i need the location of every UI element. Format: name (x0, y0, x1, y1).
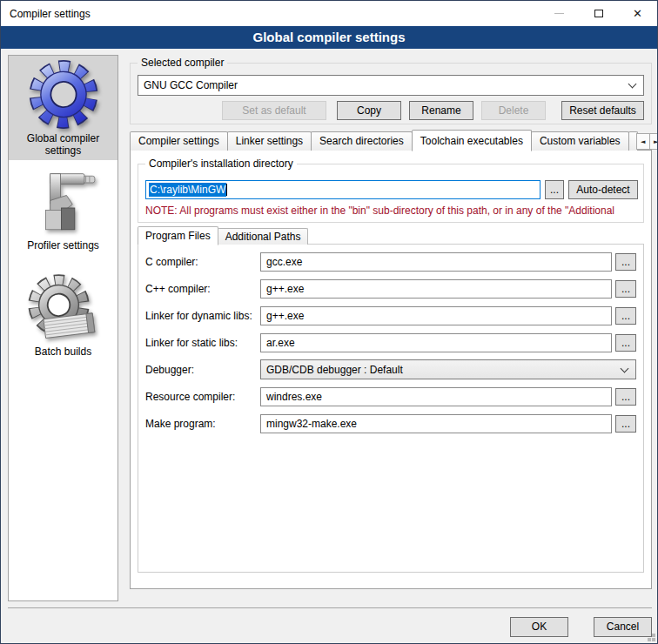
window-title: Compiler settings (1, 8, 540, 20)
installation-directory-input[interactable]: C:\raylib\MinGW (145, 180, 540, 199)
chevron-down-icon (621, 364, 629, 372)
ok-button[interactable]: OK (510, 617, 568, 637)
title-bar: Compiler settings ✕ (1, 1, 657, 26)
tab-scroll-left-icon[interactable]: ◄ (636, 133, 650, 150)
field-row-debugger: Debugger: GDB/CDB debugger : Default (145, 359, 636, 379)
browse-directory-button[interactable]: ... (545, 180, 564, 199)
subtab-program-files[interactable]: Program Files (138, 226, 218, 245)
delete-button[interactable]: Delete (481, 101, 546, 120)
make-program-input[interactable]: mingw32-make.exe (260, 414, 612, 433)
compiler-select[interactable]: GNU GCC Compiler (138, 75, 644, 96)
subtab-additional-paths[interactable]: Additional Paths (218, 228, 309, 245)
compiler-buttons-row: Set as default Copy Rename Delete Reset … (138, 101, 644, 120)
browse-button[interactable]: ... (615, 415, 636, 433)
maximize-button[interactable] (579, 1, 618, 26)
field-row-dynamic-linker: Linker for dynamic libs: g++.exe ... (145, 305, 636, 325)
program-files-page: C compiler: gcc.exe ... C++ compiler: g+… (138, 244, 644, 573)
browse-button[interactable]: ... (615, 334, 636, 352)
caliper-icon (26, 167, 101, 238)
cpp-compiler-input[interactable]: g++.exe (260, 279, 612, 299)
field-row-static-linker: Linker for static libs: ar.exe ... (145, 332, 636, 352)
settings-tab-strip: Compiler settings Linker settings Search… (130, 129, 652, 151)
blue-gear-icon (24, 57, 104, 131)
settings-category-list: Global compiler settings (8, 55, 118, 601)
field-row-make-program: Make program: mingw32-make.exe ... (145, 413, 636, 433)
field-row-resource-compiler: Resource compiler: windres.exe ... (145, 386, 636, 406)
note-text: NOTE: All programs must exist either in … (145, 205, 640, 217)
selected-compiler-group: Selected compiler GNU GCC Compiler Set a… (130, 63, 652, 124)
group-legend: Compiler's installation directory (145, 158, 297, 170)
debugger-select-value: GDB/CDB debugger : Default (261, 364, 616, 376)
dialog-body: Global compiler settings (1, 49, 657, 643)
installation-directory-group: Compiler's installation directory C:\ray… (138, 164, 644, 223)
field-label: C compiler: (145, 256, 260, 268)
program-subtab-strip: Program Files Additional Paths (138, 225, 307, 245)
browse-button[interactable]: ... (615, 388, 636, 406)
field-label: Debugger: (145, 364, 260, 376)
installation-directory-row: C:\raylib\MinGW ... Auto-detect (145, 180, 638, 199)
field-row-c-compiler: C compiler: gcc.exe ... (145, 252, 636, 272)
copy-button[interactable]: Copy (337, 101, 401, 120)
footer-divider (8, 607, 652, 608)
tab-linker-settings[interactable]: Linker settings (227, 131, 312, 151)
field-label: Resource compiler: (145, 391, 260, 403)
cancel-button[interactable]: Cancel (594, 617, 652, 637)
gray-gear-stack-icon (24, 272, 104, 345)
sidebar-item-batch-builds[interactable]: Batch builds (9, 261, 118, 367)
selected-text: C:\raylib\MinGW (149, 183, 226, 197)
resource-compiler-input[interactable]: windres.exe (260, 387, 612, 406)
chevron-down-icon (628, 80, 637, 89)
reset-defaults-button[interactable]: Reset defaults (561, 101, 644, 120)
browse-button[interactable]: ... (615, 280, 636, 298)
page-title: Global compiler settings (1, 26, 657, 49)
browse-button[interactable]: ... (615, 253, 636, 271)
field-label: C++ compiler: (145, 283, 260, 295)
tab-compiler-settings[interactable]: Compiler settings (130, 131, 228, 151)
toolchain-executables-page: Compiler's installation directory C:\ray… (130, 150, 652, 589)
rename-button[interactable]: Rename (409, 101, 473, 120)
set-as-default-button[interactable]: Set as default (222, 101, 326, 120)
compiler-settings-window: Compiler settings ✕ Global compiler sett… (0, 0, 658, 644)
sidebar-item-profiler-settings[interactable]: Profiler settings (9, 160, 118, 261)
maximize-icon (594, 10, 603, 17)
close-button[interactable]: ✕ (618, 1, 657, 26)
sidebar-item-label: Batch builds (33, 345, 93, 361)
sidebar-item-global-compiler-settings[interactable]: Global compiler settings (9, 56, 118, 160)
group-legend: Selected compiler (138, 57, 227, 69)
sidebar-item-label: Profiler settings (25, 238, 101, 255)
dynamic-linker-input[interactable]: g++.exe (260, 306, 612, 325)
field-label: Make program: (145, 418, 260, 430)
tab-search-directories[interactable]: Search directories (311, 131, 413, 151)
auto-detect-button[interactable]: Auto-detect (568, 180, 638, 199)
minimize-button[interactable] (540, 1, 579, 26)
static-linker-input[interactable]: ar.exe (260, 333, 612, 352)
close-icon: ✕ (633, 8, 642, 19)
tab-custom-variables[interactable]: Custom variables (531, 131, 629, 151)
debugger-select[interactable]: GDB/CDB debugger : Default (260, 359, 636, 379)
c-compiler-input[interactable]: gcc.exe (260, 252, 612, 272)
sidebar-item-label: Global compiler settings (9, 131, 118, 160)
compiler-select-value: GNU GCC Compiler (138, 79, 624, 91)
resize-grip[interactable] (652, 638, 655, 641)
tab-scroll-buttons: ◄ ► (637, 133, 658, 151)
tab-scroll-right-icon[interactable]: ► (649, 133, 658, 150)
browse-button[interactable]: ... (615, 307, 636, 325)
tab-toolchain-executables[interactable]: Toolchain executables (412, 130, 532, 151)
field-label: Linker for static libs: (145, 337, 260, 349)
field-row-cpp-compiler: C++ compiler: g++.exe ... (145, 278, 636, 299)
field-label: Linker for dynamic libs: (145, 310, 260, 322)
minimize-icon (554, 13, 564, 14)
text-caret (226, 184, 227, 196)
